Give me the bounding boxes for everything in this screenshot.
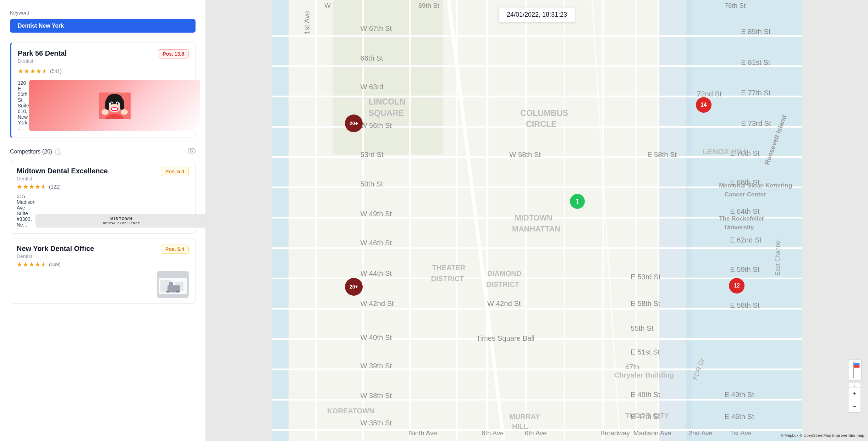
svg-text:East Channel: East Channel bbox=[774, 239, 781, 276]
svg-text:6th Ave: 6th Ave bbox=[525, 429, 547, 437]
svg-text:E 85th St: E 85th St bbox=[741, 28, 770, 35]
svg-text:W 38th St: W 38th St bbox=[360, 392, 392, 400]
map-pin-20plus-2[interactable]: 20+ bbox=[345, 278, 363, 296]
main-pos-badge: Pos. 13.8 bbox=[158, 49, 189, 58]
comp1-header: Midtown Dental Excellence Dentist Pos. 5… bbox=[17, 167, 189, 182]
svg-text:Broadway: Broadway bbox=[600, 429, 630, 437]
comp2-pos-badge: Pos. 5.4 bbox=[161, 245, 189, 254]
svg-text:55th St: 55th St bbox=[631, 324, 653, 332]
info-icon[interactable]: i bbox=[55, 149, 61, 155]
svg-text:LENOX HILL: LENOX HILL bbox=[703, 147, 748, 156]
comp1-card-body: 515 Madison Ave Suite #3303, Ne... MIDTO… bbox=[17, 194, 189, 228]
map-pin-12[interactable]: 12 bbox=[729, 278, 745, 294]
svg-text:E 49th St: E 49th St bbox=[725, 391, 754, 398]
svg-text:DISTRICT: DISTRICT bbox=[431, 275, 464, 283]
svg-rect-126 bbox=[853, 362, 854, 378]
svg-point-9 bbox=[116, 102, 118, 105]
svg-text:W 42nd St: W 42nd St bbox=[360, 300, 394, 307]
main-card-body: 120 E 56th St Suite 610, New York, ... bbox=[18, 80, 189, 131]
timestamp-box: 24/01/2022, 18:31:23 bbox=[499, 7, 575, 22]
svg-text:W 67th St: W 67th St bbox=[360, 24, 392, 32]
svg-text:E 49th St: E 49th St bbox=[631, 391, 660, 398]
svg-text:E 77th St: E 77th St bbox=[741, 89, 770, 97]
keyword-label: Keyword bbox=[10, 10, 196, 16]
comp1-title: Midtown Dental Excellence bbox=[17, 167, 108, 175]
svg-text:E 45th St: E 45th St bbox=[725, 413, 754, 420]
svg-text:1st Ave: 1st Ave bbox=[730, 429, 752, 437]
svg-text:E 62nd St: E 62nd St bbox=[730, 236, 762, 244]
eye-icon[interactable] bbox=[188, 148, 196, 155]
svg-text:E 58th St: E 58th St bbox=[647, 151, 677, 158]
svg-text:DISTRICT: DISTRICT bbox=[486, 280, 520, 288]
svg-text:Ninth Ave: Ninth Ave bbox=[409, 429, 437, 437]
svg-point-8 bbox=[111, 102, 112, 105]
svg-text:SQUARE: SQUARE bbox=[369, 108, 404, 118]
svg-text:47th: 47th bbox=[625, 363, 639, 371]
map-pin-14[interactable]: 14 bbox=[696, 97, 712, 113]
comp1-image: MIDTOWN DENTAL EXCELLENCE bbox=[35, 214, 206, 228]
svg-text:MANHATTAN: MANHATTAN bbox=[512, 224, 560, 233]
svg-text:MIDTOWN: MIDTOWN bbox=[515, 213, 553, 222]
svg-text:HILL: HILL bbox=[512, 423, 528, 430]
svg-text:KOREATOWN: KOREATOWN bbox=[327, 407, 374, 415]
svg-text:E 59th St: E 59th St bbox=[730, 266, 759, 273]
comp1-review-count: (122) bbox=[49, 184, 61, 190]
svg-rect-11 bbox=[112, 108, 117, 110]
svg-text:8th Ave: 8th Ave bbox=[482, 429, 504, 437]
main-review-count: (541) bbox=[50, 68, 62, 74]
competitors-header: Competitors (20) i bbox=[10, 148, 196, 155]
svg-text:W 58th St: W 58th St bbox=[509, 151, 541, 158]
map-svg: E 85th St E 81st St E 77th St E 73rd St … bbox=[206, 0, 868, 441]
svg-text:E 51st St: E 51st St bbox=[631, 348, 660, 356]
comp1-type: Dentist bbox=[17, 176, 108, 182]
svg-text:Chrysler Building: Chrysler Building bbox=[614, 371, 674, 379]
svg-text:E 73rd St: E 73rd St bbox=[741, 119, 771, 127]
svg-text:50th St: 50th St bbox=[360, 180, 383, 188]
comp1-address: 515 Madison Ave Suite #3303, Ne... bbox=[17, 194, 35, 228]
svg-text:W 40th St: W 40th St bbox=[360, 334, 392, 341]
comp2-title: New York Dental Office bbox=[17, 245, 94, 253]
svg-text:W 46th St: W 46th St bbox=[360, 239, 392, 247]
main-card-header: Park 56 Dental Dentist Pos. 13.8 bbox=[18, 49, 189, 64]
main-card-image bbox=[29, 80, 200, 131]
svg-text:W: W bbox=[324, 2, 331, 9]
zoom-in-button[interactable]: + bbox=[848, 387, 861, 400]
svg-rect-21 bbox=[166, 291, 169, 292]
svg-text:2nd Ave: 2nd Ave bbox=[689, 429, 713, 437]
svg-point-13 bbox=[121, 109, 128, 115]
main-stars: ★★★★★★ bbox=[18, 67, 48, 75]
map-pin-20plus-1[interactable]: 20+ bbox=[345, 115, 363, 132]
comp2-header: New York Dental Office Dentist Pos. 5.4 bbox=[17, 245, 189, 259]
svg-text:COLUMBUS: COLUMBUS bbox=[520, 108, 568, 118]
map-flag-icon bbox=[849, 359, 862, 381]
svg-text:DIAMOND: DIAMOND bbox=[487, 269, 522, 277]
svg-text:MURRAY: MURRAY bbox=[509, 413, 540, 420]
svg-point-14 bbox=[191, 150, 193, 152]
comp2-card-body bbox=[17, 271, 189, 298]
svg-text:E 58th St: E 58th St bbox=[730, 301, 759, 309]
left-panel: Keyword Dentist New York Park 56 Dental … bbox=[0, 0, 206, 441]
competitor-card-1: Midtown Dental Excellence Dentist Pos. 5… bbox=[10, 161, 196, 234]
improve-map-link[interactable]: Improve this map bbox=[832, 433, 864, 437]
svg-rect-22 bbox=[176, 291, 179, 292]
zoom-out-button[interactable]: − bbox=[848, 400, 861, 413]
svg-text:Times Square Ball: Times Square Ball bbox=[476, 334, 534, 342]
svg-text:1st Ave: 1st Ave bbox=[303, 11, 311, 34]
map-attribution: © Mapbox © OpenStreetMap Improve this ma… bbox=[781, 433, 864, 437]
main-card-type: Dentist bbox=[18, 58, 67, 64]
comp2-stars-row: ★★★★★★ (249) bbox=[17, 261, 189, 268]
map-zoom-controls: + − bbox=[848, 387, 861, 413]
svg-text:University: University bbox=[725, 224, 754, 231]
comp2-review-count: (249) bbox=[49, 262, 61, 267]
svg-text:Cancer Center: Cancer Center bbox=[725, 191, 766, 198]
svg-text:Madison Ave: Madison Ave bbox=[633, 429, 671, 437]
svg-text:The Rockefeller: The Rockefeller bbox=[719, 215, 764, 222]
map-panel[interactable]: E 85th St E 81st St E 77th St E 73rd St … bbox=[206, 0, 868, 441]
main-card-title: Park 56 Dental bbox=[18, 49, 67, 57]
svg-text:78th St: 78th St bbox=[725, 2, 746, 9]
svg-text:W 63rd: W 63rd bbox=[360, 83, 383, 91]
svg-rect-20 bbox=[169, 282, 173, 286]
svg-rect-129 bbox=[854, 365, 859, 368]
comp1-stars: ★★★★★★ bbox=[17, 183, 47, 191]
keyword-badge[interactable]: Dentist New York bbox=[10, 19, 196, 33]
